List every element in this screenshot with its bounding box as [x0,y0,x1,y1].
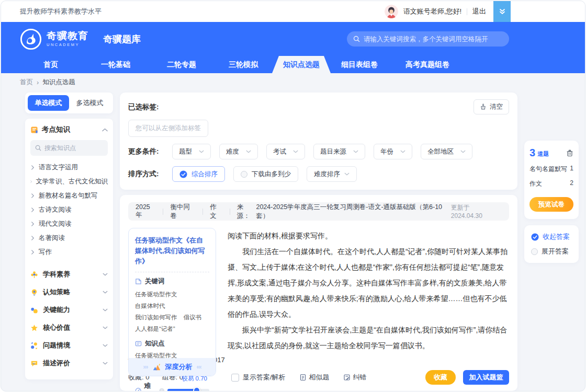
favorite-button[interactable]: 收藏 [425,370,456,385]
tag-placeholder-box[interactable]: 您可以从左侧添加标签 [128,120,208,137]
filter-panel: 已选标签: 清空 您可以从左侧添加标签 更多条件: 题型 难度 考试 题目来源 … [120,93,517,190]
section-cognitive-strategy[interactable]: 认知策略 [30,283,108,301]
meta-year: 2025年 [136,203,156,220]
user-greeting: 语文账号老师,您好! [403,7,461,16]
book-icon [30,126,38,134]
section-label: 学科素养 [43,270,70,279]
chevron-down-icon [103,326,108,329]
keyword[interactable]: 倡议书 [184,313,202,322]
dashed-divider [135,272,209,272]
tree-item-masterpiece-reading[interactable]: 名著阅读 [30,231,108,245]
section-label: 关键能力 [43,305,70,315]
site-header: 奇骥教育 UNCADEMY 奇骥题库 [1,22,585,56]
tree-item-writing[interactable]: 写作 [30,245,108,259]
add-to-basket-button[interactable]: 加入试题篮 [463,370,509,385]
tree-item-classical-reading[interactable]: 古诗文阅读 [30,203,108,217]
header-search[interactable] [347,31,509,47]
nav-item-round1[interactable]: 一轮基础 [83,56,149,73]
nav-item-spec-table[interactable]: 细目表组卷 [331,56,388,73]
user-avatar[interactable] [385,5,398,18]
tree-item-label: 名著阅读 [39,234,65,243]
keyword[interactable]: 人人都是“记者” [135,324,175,334]
tree-item-label: 写作 [39,248,52,257]
meta-source-label: 来源： [237,203,256,221]
knowledge-search-input[interactable] [44,144,103,152]
topbar-user-area: 语文账号老师,您好! 退出 [385,1,511,22]
sort-download-option[interactable]: 下载由多到少 [233,166,298,182]
knowledge-panel-title: 考点知识 [42,125,70,134]
search-icon [353,36,360,42]
main-nav: 首页 一轮基础 二轮专题 三轮模拟 知识点选题 细目表组卷 高考真题组卷 [1,56,585,73]
nav-item-round3[interactable]: 三轮模拟 [215,56,272,73]
dropdown-source[interactable]: 题目来源 [313,144,365,159]
tree-item-literary-knowledge[interactable]: 文学常识、古代文化知识 [30,175,108,189]
question-paragraph: 振兴中学“新荷”文学社召开座谈会,主题是“在自媒体时代,我们该如何写作”,请你结… [228,322,509,351]
nav-item-gaokao-papers[interactable]: 高考真题组卷 [388,56,467,73]
report-error-link[interactable]: 纠错 [343,373,367,382]
knowledge-search[interactable] [30,140,108,156]
section-subject-literacy[interactable]: 学科素养 [30,266,108,283]
chevron-up-icon[interactable] [102,128,108,132]
dropdown-year[interactable]: 年份 [374,144,412,159]
multi-mode-button[interactable]: 多选模式 [69,95,110,111]
basket-row: 作文 2 [529,179,573,188]
sort-difficulty-option[interactable]: 难度排序 [307,166,357,182]
header-search-input[interactable] [364,36,503,43]
single-mode-button[interactable]: 单选模式 [28,95,69,111]
keywords-header: 关键词 [135,277,209,286]
more-filters-label: 更多条件: [128,147,164,156]
nav-item-round2[interactable]: 二轮专题 [149,56,215,73]
section-problem-context[interactable]: 问题情境 [30,337,108,354]
dropdown-exam[interactable]: 考试 [266,144,305,159]
difficulty-slider[interactable] [167,389,209,391]
sort-label: 排序方式: [128,169,164,179]
main-column: 已选标签: 清空 您可以从左侧添加标签 更多条件: 题型 难度 考试 题目来源 … [120,93,517,391]
dropdown-label: 年份 [380,147,393,156]
collapse-topbar-button[interactable] [493,1,511,22]
chevron-down-icon [199,150,204,153]
nav-item-home[interactable]: 首页 [19,56,83,73]
similar-questions-link[interactable]: 相似题 [299,373,330,382]
nav-item-knowledge-points[interactable]: 知识点选题 [272,56,331,73]
section-description-evaluation[interactable]: 描述评价 [30,354,108,372]
chevron-down-icon [293,150,298,153]
section-key-ability[interactable]: 关键能力 [30,301,108,319]
show-answer-toggle[interactable]: 显示答案/解析 [231,373,286,382]
breadcrumb-home[interactable]: 首页 [20,78,33,87]
tree-item-language-use[interactable]: 语言文字运用 [30,160,108,175]
tree-item-famous-passages[interactable]: 新教材名篇名句默写 [30,189,108,203]
avatar-icon [385,5,398,18]
dropdown-question-type[interactable]: 题型 [172,144,211,159]
show-answer-checkbox[interactable] [231,374,239,382]
knowledge-panel-header[interactable]: 考点知识 [30,125,108,134]
flower-icon [30,271,38,279]
keywords-label: 关键词 [145,277,165,286]
dropdown-region[interactable]: 全部地区 [421,144,472,159]
dropdown-difficulty[interactable]: 难度 [219,144,258,159]
chevron-down-icon [400,150,405,153]
expand-answers-option[interactable]: 展开答案 [531,247,573,256]
preview-paper-button[interactable]: 预览试卷 [529,197,573,212]
question-paragraph: 我们生活在一个自媒体时代。在这个时代,人人都是“记者”,你随时可针对某人某事拍摄… [228,244,509,322]
keyword[interactable]: 我们该如何写作 [135,313,177,322]
keyword[interactable]: 任务驱动型作文 [135,290,177,299]
lightbulb-icon [30,289,38,296]
meta-paper: 衡中同卷 [170,203,196,221]
knowledge-panel: 考点知识 语言文字运用 文学常识、古代文化知识 新教材名篇名句默写 古诗文阅读 … [25,119,113,379]
difficulty-knob[interactable] [193,387,200,391]
section-core-values[interactable]: 核心价值 [30,319,108,337]
chevron-right-icon [30,179,32,184]
star-icon [30,324,38,332]
answer-toggle-panel: 收起答案 展开答案 [524,225,579,263]
trash-icon[interactable] [566,149,573,157]
logout-link[interactable]: 退出 [472,7,486,16]
topbar-slogan: 提升教师学科素养教学水平 [20,7,102,16]
breadcrumb-current: 知识点选题 [42,78,75,87]
collapse-answers-option[interactable]: 收起答案 [531,232,573,241]
sort-comprehensive-option[interactable]: 综合排序 [172,166,225,182]
clear-tags-button[interactable]: 清空 [474,99,509,114]
tree-item-modern-reading[interactable]: 现代文阅读 [30,217,108,231]
keyword[interactable]: 自媒体时代 [135,301,165,311]
deep-analysis-button[interactable]: ››› 深度分析 ‹‹‹ [129,358,216,376]
show-answer-label: 显示答案/解析 [243,373,286,382]
